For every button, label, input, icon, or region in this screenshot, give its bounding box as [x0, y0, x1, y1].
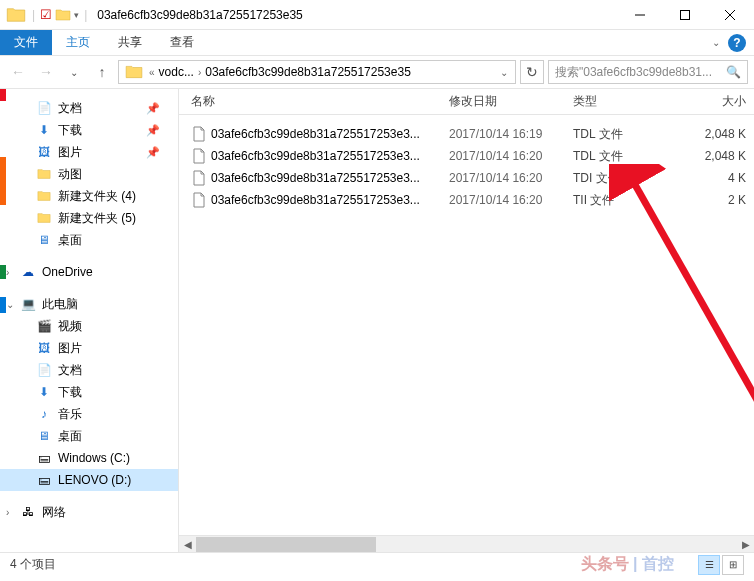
- nav-back-button[interactable]: ←: [6, 60, 30, 84]
- maximize-button[interactable]: [662, 1, 707, 29]
- close-button[interactable]: [707, 1, 752, 29]
- tab-file[interactable]: 文件: [0, 30, 52, 55]
- pc-icon: 💻: [20, 296, 36, 312]
- view-details-button[interactable]: ☰: [698, 555, 720, 575]
- view-icons-button[interactable]: ⊞: [722, 555, 744, 575]
- file-list[interactable]: 03afe6cfb3c99de8b31a725517253e3...2017/1…: [179, 115, 754, 211]
- sidebar-item-downloads2[interactable]: ⬇下载: [0, 381, 178, 403]
- sidebar-item-lenovod[interactable]: 🖴LENOVO (D:): [0, 469, 178, 491]
- sidebar-item-label: 新建文件夹 (4): [58, 188, 136, 205]
- breadcrumb-sep: «: [147, 67, 157, 78]
- search-icon[interactable]: 🔍: [726, 65, 741, 79]
- scroll-left-icon[interactable]: ◀: [179, 536, 196, 553]
- sidebar-item-dongtu[interactable]: 动图: [0, 163, 178, 185]
- breadcrumb-seg1[interactable]: vodc...: [157, 65, 196, 79]
- sidebar-item-videos[interactable]: 🎬视频: [0, 315, 178, 337]
- file-size: 4 K: [655, 171, 754, 185]
- file-row[interactable]: 03afe6cfb3c99de8b31a725517253e3...2017/1…: [179, 123, 754, 145]
- sidebar-item-desktop[interactable]: 🖥桌面: [0, 229, 178, 251]
- file-date: 2017/10/14 16:19: [441, 127, 565, 141]
- file-row[interactable]: 03afe6cfb3c99de8b31a725517253e3...2017/1…: [179, 189, 754, 211]
- pin-icon: 📌: [146, 102, 160, 115]
- sidebar-item-network[interactable]: ›🖧网络: [0, 501, 178, 523]
- file-type: TII 文件: [565, 192, 655, 209]
- music-icon: ♪: [36, 406, 52, 422]
- scroll-thumb[interactable]: [196, 537, 376, 552]
- file-name: 03afe6cfb3c99de8b31a725517253e3...: [211, 193, 420, 207]
- qat-folder-icon[interactable]: [55, 7, 71, 23]
- sidebar-item-newfolder4[interactable]: 新建文件夹 (4): [0, 185, 178, 207]
- sidebar-item-label: 下载: [58, 122, 82, 139]
- nav-up-button[interactable]: ↑: [90, 60, 114, 84]
- tab-home[interactable]: 主页: [52, 30, 104, 55]
- document-icon: 📄: [36, 362, 52, 378]
- desktop-icon: 🖥: [36, 232, 52, 248]
- chevron-right-icon[interactable]: ›: [6, 507, 9, 518]
- qat-separator: |: [32, 8, 35, 22]
- file-row[interactable]: 03afe6cfb3c99de8b31a725517253e3...2017/1…: [179, 145, 754, 167]
- sidebar-item-label: 视频: [58, 318, 82, 335]
- qat-dropdown-icon[interactable]: ▾: [74, 10, 79, 20]
- file-type: TDI 文件: [565, 170, 655, 187]
- sidebar-item-documents[interactable]: 📄文档📌: [0, 97, 178, 119]
- address-dropdown-icon[interactable]: ⌄: [495, 67, 513, 78]
- chevron-down-icon[interactable]: ⌄: [6, 299, 14, 310]
- file-icon: [191, 126, 207, 142]
- file-size: 2,048 K: [655, 149, 754, 163]
- pin-icon: 📌: [146, 146, 160, 159]
- refresh-button[interactable]: ↻: [520, 60, 544, 84]
- sidebar-item-pictures2[interactable]: 🖼图片: [0, 337, 178, 359]
- sidebar-item-onedrive[interactable]: ›☁OneDrive: [0, 261, 178, 283]
- breadcrumb-seg2[interactable]: 03afe6cfb3c99de8b31a725517253e35: [203, 65, 413, 79]
- tab-view[interactable]: 查看: [156, 30, 208, 55]
- sidebar-item-music[interactable]: ♪音乐: [0, 403, 178, 425]
- help-icon[interactable]: ?: [728, 34, 746, 52]
- ribbon-expand-icon[interactable]: ⌄: [712, 37, 720, 48]
- breadcrumb-chevron-icon[interactable]: ›: [196, 67, 203, 78]
- sidebar-item-downloads[interactable]: ⬇下载📌: [0, 119, 178, 141]
- file-type: TDL 文件: [565, 148, 655, 165]
- sidebar-item-desktop2[interactable]: 🖥桌面: [0, 425, 178, 447]
- column-date[interactable]: 修改日期: [441, 93, 565, 110]
- tab-share[interactable]: 共享: [104, 30, 156, 55]
- column-size[interactable]: 大小: [655, 93, 754, 110]
- file-date: 2017/10/14 16:20: [441, 171, 565, 185]
- sidebar-item-docs2[interactable]: 📄文档: [0, 359, 178, 381]
- sidebar-item-label: 下载: [58, 384, 82, 401]
- address-bar[interactable]: « vodc... › 03afe6cfb3c99de8b31a72551725…: [118, 60, 516, 84]
- minimize-button[interactable]: [617, 1, 662, 29]
- sidebar-item-label: LENOVO (D:): [58, 473, 131, 487]
- file-size: 2,048 K: [655, 127, 754, 141]
- videos-icon: 🎬: [36, 318, 52, 334]
- file-row[interactable]: 03afe6cfb3c99de8b31a725517253e3...2017/1…: [179, 167, 754, 189]
- sidebar-item-label: 网络: [42, 504, 66, 521]
- column-name[interactable]: 名称: [179, 93, 441, 110]
- nav-tree[interactable]: 📄文档📌 ⬇下载📌 🖼图片📌 动图 新建文件夹 (4) 新建文件夹 (5) 🖥桌…: [0, 89, 178, 552]
- file-date: 2017/10/14 16:20: [441, 149, 565, 163]
- file-icon: [191, 192, 207, 208]
- sidebar-item-label: 桌面: [58, 232, 82, 249]
- nav-recent-dropdown[interactable]: ⌄: [62, 60, 86, 84]
- file-icon: [191, 170, 207, 186]
- address-folder-icon: [125, 63, 143, 81]
- chevron-right-icon[interactable]: ›: [6, 267, 9, 278]
- qat-checkbox-icon[interactable]: ☑: [40, 7, 52, 22]
- sidebar-item-label: 图片: [58, 144, 82, 161]
- nav-forward-button[interactable]: →: [34, 60, 58, 84]
- ribbon: 文件 主页 共享 查看 ⌄ ?: [0, 30, 754, 55]
- sidebar-item-windowsc[interactable]: 🖴Windows (C:): [0, 447, 178, 469]
- download-icon: ⬇: [36, 122, 52, 138]
- search-input[interactable]: 搜索"03afe6cfb3c99de8b31... 🔍: [548, 60, 748, 84]
- column-type[interactable]: 类型: [565, 93, 655, 110]
- navbar: ← → ⌄ ↑ « vodc... › 03afe6cfb3c99de8b31a…: [0, 55, 754, 89]
- sidebar-item-thispc[interactable]: ⌄💻此电脑: [0, 293, 178, 315]
- file-pane: 名称 修改日期 类型 大小 03afe6cfb3c99de8b31a725517…: [179, 89, 754, 552]
- pictures-icon: 🖼: [36, 144, 52, 160]
- qat-separator2: |: [84, 8, 87, 22]
- sidebar-item-pictures[interactable]: 🖼图片📌: [0, 141, 178, 163]
- svg-rect-1: [680, 10, 689, 19]
- hscrollbar[interactable]: ◀ ▶: [179, 535, 754, 552]
- sidebar-item-newfolder5[interactable]: 新建文件夹 (5): [0, 207, 178, 229]
- scroll-right-icon[interactable]: ▶: [737, 536, 754, 553]
- sidebar-item-label: 图片: [58, 340, 82, 357]
